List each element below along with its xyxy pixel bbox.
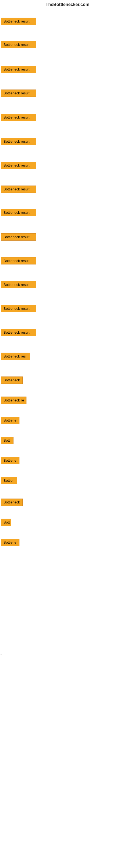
bottleneck-row: Bottleneck result [1,209,36,217]
bottleneck-badge[interactable]: Bottleneck [1,376,23,384]
bottleneck-row: Bottleneck [1,376,23,385]
bottleneck-row: Bottleneck result [1,162,36,170]
bottleneck-row: Bottlene [1,457,19,465]
bottleneck-row: Bottleneck [1,499,23,507]
bottleneck-row: Bottleneck result [1,329,36,337]
bottleneck-row: Bottleneck result [1,18,36,26]
bottleneck-row: Bottleneck res [1,352,30,361]
bottleneck-badge[interactable]: Bott [1,519,11,526]
bottleneck-row: Bottleneck result [1,90,36,98]
bottleneck-badge[interactable]: Bottleneck result [1,233,36,241]
site-title: TheBottlenecker.com [0,0,135,10]
bottleneck-row: Bottlene [1,539,19,547]
bottleneck-row: Bottl [1,437,13,445]
bottleneck-row: Bott [1,519,11,527]
bottleneck-badge[interactable]: Bottleneck res [1,352,30,360]
bottleneck-badge[interactable]: Bottlene [1,457,19,464]
tiny-marker: ... [1,653,2,655]
bottleneck-row: Bottleneck result [1,114,36,122]
bottleneck-row: Bottleneck result [1,186,36,194]
bottleneck-badge[interactable]: Bottleneck result [1,209,36,216]
bottleneck-row: Bottleneck result [1,41,36,50]
bottleneck-row: Bottlene [1,416,19,425]
bottleneck-row: Bottleneck result [1,66,36,74]
bottleneck-badge[interactable]: Bottleneck result [1,18,36,25]
bottleneck-row: Bottleneck result [1,281,36,289]
bottleneck-row: Bottleneck result [1,138,36,146]
bottleneck-badge[interactable]: Bottleneck [1,499,23,506]
bottleneck-badge[interactable]: Bottleneck re [1,397,27,404]
bottleneck-badge[interactable]: Bottl [1,437,13,444]
bottleneck-badge[interactable]: Bottleneck result [1,66,36,73]
bottleneck-badge[interactable]: Bottlen [1,477,17,484]
bottleneck-badge[interactable]: Bottleneck result [1,305,36,312]
bottleneck-badge[interactable]: Bottleneck result [1,329,36,336]
bottleneck-row: Bottleneck result [1,233,36,242]
bottleneck-badge[interactable]: Bottleneck result [1,281,36,288]
bottleneck-badge[interactable]: Bottleneck result [1,138,36,145]
bottleneck-badge[interactable]: Bottleneck result [1,114,36,121]
bottleneck-badge[interactable]: Bottlene [1,416,19,424]
bottleneck-badge[interactable]: Bottleneck result [1,90,36,97]
bottleneck-row: Bottleneck result [1,257,36,266]
bottleneck-row: Bottleneck re [1,397,27,405]
bottleneck-badge[interactable]: Bottleneck result [1,162,36,169]
bottleneck-row: Bottleneck result [1,305,36,313]
bottleneck-row: Bottlen [1,477,17,485]
bottleneck-badge[interactable]: Bottleneck result [1,257,36,265]
bottleneck-badge[interactable]: Bottleneck result [1,186,36,193]
bottleneck-badge[interactable]: Bottleneck result [1,41,36,48]
bottleneck-badge[interactable]: Bottlene [1,539,19,546]
